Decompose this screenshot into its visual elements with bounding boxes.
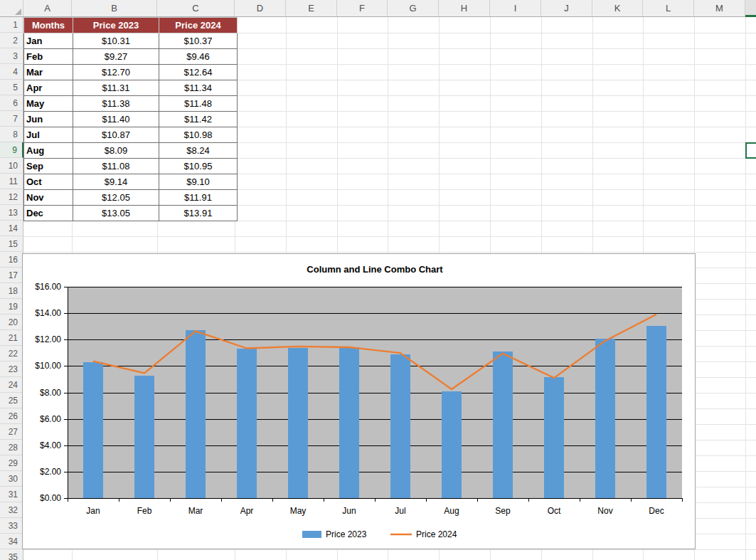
row-header-32[interactable]: 32 <box>0 502 23 518</box>
row-header-35[interactable]: 35 <box>0 549 23 560</box>
row-header-19[interactable]: 19 <box>0 299 23 315</box>
price-cell[interactable]: $10.98 <box>159 127 238 143</box>
price-cell[interactable]: $9.27 <box>73 49 159 65</box>
price-cell[interactable]: $13.05 <box>73 206 159 221</box>
bar-Apr[interactable] <box>237 349 257 498</box>
legend-swatch-bar[interactable] <box>302 531 321 538</box>
bar-Jun[interactable] <box>339 347 359 498</box>
row-header-34[interactable]: 34 <box>0 534 23 549</box>
price-cell[interactable]: $12.05 <box>73 190 159 206</box>
price-cell[interactable]: $11.31 <box>73 80 159 96</box>
row-header-5[interactable]: 5 <box>0 80 23 95</box>
bar-Mar[interactable] <box>186 330 206 498</box>
row-header-3[interactable]: 3 <box>0 48 23 64</box>
month-cell[interactable]: Feb <box>24 49 73 65</box>
price-cell[interactable]: $11.08 <box>73 159 159 174</box>
price-cell[interactable]: $11.40 <box>73 112 159 127</box>
bar-Nov[interactable] <box>595 339 615 498</box>
month-cell[interactable]: May <box>24 96 73 112</box>
column-header-D[interactable]: D <box>235 0 286 16</box>
row-header-33[interactable]: 33 <box>0 518 23 534</box>
select-all-button[interactable] <box>0 0 23 16</box>
row-header-24[interactable]: 24 <box>0 377 23 393</box>
bar-Feb[interactable] <box>134 376 154 498</box>
column-header-N-partial[interactable] <box>745 0 756 15</box>
month-cell[interactable]: Dec <box>24 206 73 221</box>
column-header-G[interactable]: G <box>388 0 439 16</box>
row-header-1[interactable]: 1 <box>0 17 23 33</box>
price-cell[interactable]: $8.09 <box>73 143 159 159</box>
table-header-price-2023[interactable]: Price 2023 <box>73 18 159 33</box>
legend-label-price-2024[interactable]: Price 2024 <box>416 529 457 539</box>
price-cell[interactable]: $9.46 <box>159 49 238 65</box>
row-header-27[interactable]: 27 <box>0 424 23 440</box>
price-cell[interactable]: $12.64 <box>159 65 238 80</box>
price-cell[interactable]: $10.95 <box>159 159 238 174</box>
price-cell[interactable]: $10.31 <box>73 33 159 49</box>
row-header-15[interactable]: 15 <box>0 236 23 252</box>
month-cell[interactable]: Nov <box>24 190 73 206</box>
bar-Jan[interactable] <box>83 362 103 498</box>
month-cell[interactable]: Mar <box>24 65 73 80</box>
price-cell[interactable]: $11.91 <box>159 190 238 206</box>
row-header-12[interactable]: 12 <box>0 189 23 205</box>
row-header-21[interactable]: 21 <box>0 330 23 346</box>
column-header-H[interactable]: H <box>439 0 490 16</box>
row-header-11[interactable]: 11 <box>0 174 23 189</box>
row-header-9[interactable]: 9 <box>0 142 23 158</box>
bar-Aug[interactable] <box>442 391 462 498</box>
price-cell[interactable]: $9.14 <box>73 174 159 190</box>
row-header-26[interactable]: 26 <box>0 408 23 424</box>
bar-Oct[interactable] <box>544 377 564 498</box>
row-header-17[interactable]: 17 <box>0 268 23 283</box>
column-header-K[interactable]: K <box>592 0 643 16</box>
row-header-7[interactable]: 7 <box>0 111 23 127</box>
column-header-B[interactable]: B <box>72 0 157 16</box>
price-cell[interactable]: $11.34 <box>159 80 238 96</box>
month-cell[interactable]: Jun <box>24 112 73 127</box>
row-header-8[interactable]: 8 <box>0 127 23 142</box>
combo-chart-object[interactable]: $0.00$2.00$4.00$6.00$8.00$10.00$12.00$14… <box>22 253 696 549</box>
row-header-29[interactable]: 29 <box>0 455 23 471</box>
column-header-L[interactable]: L <box>643 0 694 16</box>
price-cell[interactable]: $11.48 <box>159 96 238 112</box>
plot-area[interactable] <box>68 287 682 498</box>
row-header-30[interactable]: 30 <box>0 471 23 487</box>
column-header-A[interactable]: A <box>23 0 72 16</box>
price-cell[interactable]: $13.91 <box>159 206 238 221</box>
legend-label-price-2023[interactable]: Price 2023 <box>326 529 367 539</box>
month-cell[interactable]: Sep <box>24 159 73 174</box>
row-header-18[interactable]: 18 <box>0 283 23 299</box>
row-header-10[interactable]: 10 <box>0 158 23 174</box>
table-header-price-2024[interactable]: Price 2024 <box>159 18 238 33</box>
bar-May[interactable] <box>288 348 308 498</box>
column-header-I[interactable]: I <box>490 0 541 16</box>
month-cell[interactable]: Aug <box>24 143 73 159</box>
column-header-M[interactable]: M <box>694 0 745 16</box>
row-header-13[interactable]: 13 <box>0 205 23 221</box>
row-header-6[interactable]: 6 <box>0 95 23 111</box>
price-cell[interactable]: $11.38 <box>73 96 159 112</box>
price-cell[interactable]: $11.42 <box>159 112 238 127</box>
price-cell[interactable]: $12.70 <box>73 65 159 80</box>
active-cell-selection[interactable] <box>745 142 756 159</box>
bar-Sep[interactable] <box>493 352 513 498</box>
table-header-months[interactable]: Months <box>24 18 73 33</box>
row-header-31[interactable]: 31 <box>0 487 23 502</box>
row-header-2[interactable]: 2 <box>0 33 23 48</box>
price-cell[interactable]: $9.10 <box>159 174 238 190</box>
price-cell[interactable]: $10.87 <box>73 127 159 143</box>
row-header-28[interactable]: 28 <box>0 440 23 455</box>
bar-Jul[interactable] <box>390 354 410 498</box>
month-cell[interactable]: Apr <box>24 80 73 96</box>
row-header-22[interactable]: 22 <box>0 346 23 361</box>
row-header-23[interactable]: 23 <box>0 361 23 377</box>
row-header-20[interactable]: 20 <box>0 315 23 330</box>
row-header-14[interactable]: 14 <box>0 221 23 236</box>
column-header-F[interactable]: F <box>337 0 388 16</box>
column-header-C[interactable]: C <box>157 0 235 16</box>
price-cell[interactable]: $8.24 <box>159 143 238 159</box>
month-cell[interactable]: Jul <box>24 127 73 143</box>
price-cell[interactable]: $10.37 <box>159 33 238 49</box>
row-header-25[interactable]: 25 <box>0 393 23 408</box>
